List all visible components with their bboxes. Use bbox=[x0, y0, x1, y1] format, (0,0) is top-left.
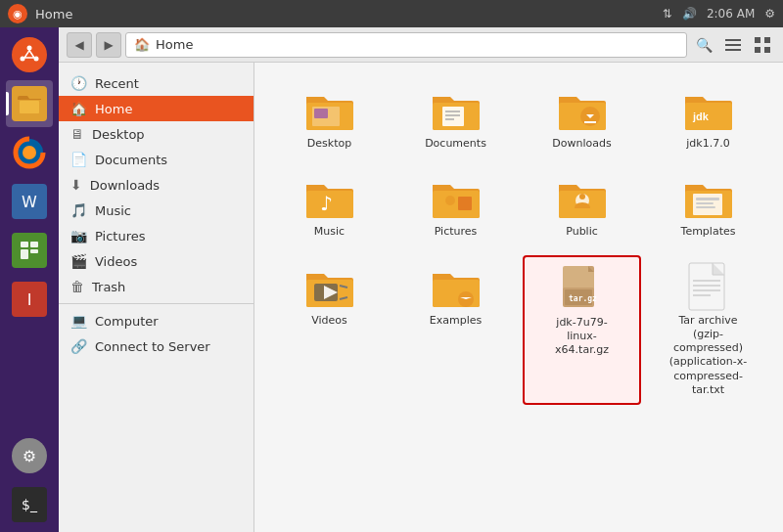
file-name: Videos bbox=[311, 314, 347, 328]
file-name: jdk-7u79-linux-x64.tar.gz bbox=[543, 316, 622, 358]
computer-icon: 💻 bbox=[70, 313, 87, 329]
sidebar-item-videos[interactable]: 🎬 Videos bbox=[59, 248, 253, 274]
titlebar-title: Home bbox=[35, 7, 72, 22]
sidebar-item-downloads[interactable]: ⬇ Downloads bbox=[59, 172, 253, 198]
folder-icon bbox=[431, 174, 482, 221]
svg-rect-16 bbox=[755, 37, 760, 43]
file-item-pictures[interactable]: Pictures bbox=[396, 166, 515, 246]
folder-icon bbox=[683, 174, 734, 221]
svg-point-7 bbox=[23, 146, 36, 159]
file-item-music[interactable]: ♪ Music bbox=[270, 166, 389, 246]
folder-icon bbox=[431, 86, 482, 133]
file-item-desktop[interactable]: Desktop bbox=[270, 78, 389, 158]
svg-rect-5 bbox=[20, 101, 39, 113]
svg-rect-18 bbox=[755, 47, 760, 53]
file-item-videos[interactable]: Videos bbox=[270, 255, 389, 406]
svg-rect-44 bbox=[696, 198, 719, 200]
active-indicator bbox=[6, 92, 9, 115]
folder-icon bbox=[304, 263, 355, 310]
settings-icon[interactable]: ⚙ bbox=[764, 7, 775, 21]
ubuntu-app-icon bbox=[12, 37, 47, 72]
list-view-button[interactable] bbox=[720, 32, 746, 58]
sidebar-recent-label: Recent bbox=[95, 76, 242, 91]
titlebar-right: ⇅ 🔊 2:06 AM ⚙ bbox=[663, 7, 775, 21]
dock-item-terminal[interactable]: $_ bbox=[6, 481, 53, 528]
sidebar-videos-label: Videos bbox=[95, 254, 242, 269]
sidebar-desktop-label: Desktop bbox=[92, 127, 242, 142]
sidebar-pictures-label: Pictures bbox=[95, 229, 242, 244]
location-bar[interactable]: 🏠 Home bbox=[125, 32, 687, 58]
svg-text:jdk: jdk bbox=[692, 111, 710, 122]
connect-server-icon: 🔗 bbox=[70, 338, 87, 354]
dock: W I ⚙ $_ bbox=[0, 27, 59, 532]
grid-view-button[interactable] bbox=[750, 32, 775, 58]
titlebar: ◉ Home ⇅ 🔊 2:06 AM ⚙ bbox=[0, 0, 783, 27]
svg-rect-15 bbox=[725, 49, 741, 51]
file-item-tar-archive[interactable]: Tar archive (gzip-compressed) (applicati… bbox=[649, 255, 767, 406]
sidebar-music-label: Music bbox=[95, 203, 242, 218]
toolbar: ◀ ▶ 🏠 Home 🔍 bbox=[59, 27, 783, 63]
dock-item-impress[interactable]: I bbox=[6, 276, 53, 323]
sidebar-item-documents[interactable]: 📄 Documents bbox=[59, 147, 253, 172]
sidebar-item-home[interactable]: 🏠 Home bbox=[59, 96, 253, 121]
folder-icon: ♪ bbox=[304, 174, 355, 221]
firefox-app-icon bbox=[12, 135, 47, 170]
file-item-public[interactable]: Public bbox=[523, 166, 641, 246]
sidebar-downloads-label: Downloads bbox=[90, 178, 242, 193]
file-item-jdk170[interactable]: jdk jdk1.7.0 bbox=[649, 78, 767, 158]
content-area: 🕐 Recent 🏠 Home 🖥 Desktop 📄 Documents ⬇ bbox=[59, 63, 783, 532]
music-icon: 🎵 bbox=[70, 202, 87, 218]
file-name: Documents bbox=[425, 137, 486, 151]
file-item-templates[interactable]: Templates bbox=[649, 166, 767, 246]
svg-rect-46 bbox=[696, 206, 715, 208]
file-name: jdk1.7.0 bbox=[686, 137, 729, 151]
dock-item-ubuntu[interactable] bbox=[6, 31, 53, 78]
folder-icon bbox=[557, 174, 608, 221]
svg-rect-11 bbox=[21, 249, 28, 259]
dock-item-files[interactable] bbox=[6, 80, 53, 127]
sidebar: 🕐 Recent 🏠 Home 🖥 Desktop 📄 Documents ⬇ bbox=[59, 63, 254, 532]
dock-item-settings[interactable]: ⚙ bbox=[6, 432, 53, 479]
svg-point-37 bbox=[445, 196, 455, 205]
sidebar-item-trash[interactable]: 🗑 Trash bbox=[59, 274, 253, 299]
files-grid: Desktop bbox=[270, 78, 767, 405]
svg-text:♪: ♪ bbox=[320, 192, 333, 215]
forward-button[interactable]: ▶ bbox=[96, 32, 121, 58]
documents-icon: 📄 bbox=[70, 152, 87, 167]
sidebar-item-computer[interactable]: 💻 Computer bbox=[59, 308, 253, 333]
sidebar-item-recent[interactable]: 🕐 Recent bbox=[59, 70, 253, 96]
recent-icon: 🕐 bbox=[70, 75, 87, 91]
dock-item-calc[interactable] bbox=[6, 227, 53, 274]
back-button[interactable]: ◀ bbox=[67, 32, 92, 58]
impress-app-icon: I bbox=[12, 282, 47, 317]
settings-app-icon: ⚙ bbox=[12, 438, 47, 473]
file-item-documents[interactable]: Documents bbox=[396, 78, 515, 158]
sidebar-item-desktop[interactable]: 🖥 Desktop bbox=[59, 121, 253, 147]
file-item-jdk-tar[interactable]: tar.gz jdk-7u79-linux-x64.tar.gz bbox=[523, 255, 641, 406]
videos-icon: 🎬 bbox=[70, 253, 87, 269]
file-name: Pictures bbox=[435, 225, 478, 239]
search-button[interactable]: 🔍 bbox=[691, 32, 716, 58]
svg-rect-38 bbox=[458, 197, 472, 210]
transfer-icon: ⇅ bbox=[663, 7, 672, 21]
svg-rect-14 bbox=[725, 44, 741, 46]
file-name: Public bbox=[566, 225, 598, 239]
svg-rect-17 bbox=[764, 37, 770, 43]
dock-item-writer[interactable]: W bbox=[6, 178, 53, 225]
dock-item-firefox[interactable] bbox=[6, 129, 53, 176]
ubuntu-logo-icon: ◉ bbox=[8, 4, 27, 23]
writer-app-icon: W bbox=[12, 184, 47, 219]
svg-rect-10 bbox=[30, 242, 38, 247]
location-text: Home bbox=[156, 37, 193, 52]
svg-text:tar.gz: tar.gz bbox=[569, 294, 597, 303]
clock: 2:06 AM bbox=[707, 7, 755, 21]
sidebar-documents-label: Documents bbox=[95, 153, 242, 167]
terminal-app-icon: $_ bbox=[12, 487, 47, 522]
sidebar-item-pictures[interactable]: 📷 Pictures bbox=[59, 223, 253, 248]
file-item-examples[interactable]: Examples bbox=[396, 255, 515, 406]
sidebar-home-label: Home bbox=[95, 102, 242, 116]
sidebar-connect-server-label: Connect to Server bbox=[95, 339, 242, 354]
sidebar-item-connect-server[interactable]: 🔗 Connect to Server bbox=[59, 333, 253, 359]
sidebar-item-music[interactable]: 🎵 Music bbox=[59, 198, 253, 223]
file-item-downloads[interactable]: Downloads bbox=[523, 78, 641, 158]
